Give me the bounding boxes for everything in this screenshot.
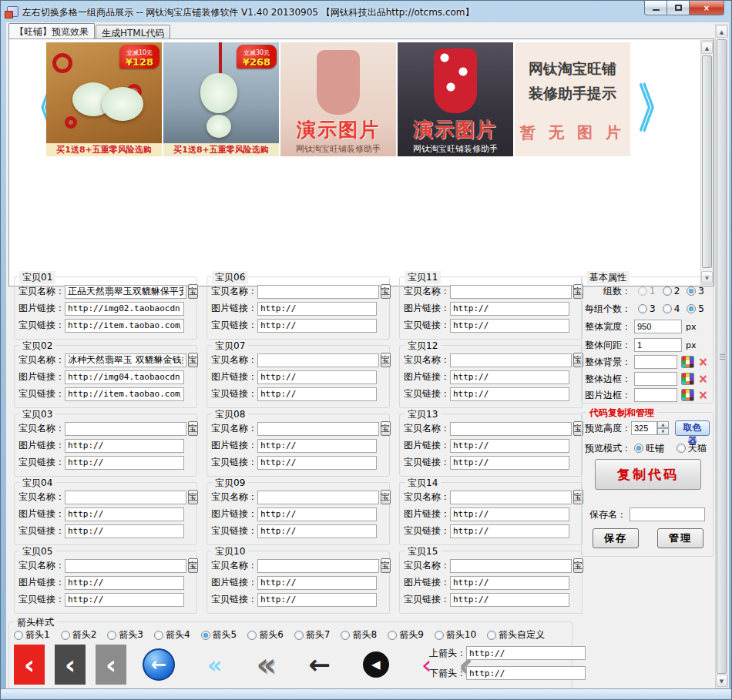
overall-gap-input[interactable] <box>634 338 682 352</box>
image-link-input[interactable] <box>257 370 377 384</box>
product-image-2[interactable]: 立减30元 ¥268 买1送8+五重零风险选购 <box>163 42 279 156</box>
color-palette-icon[interactable] <box>681 356 694 368</box>
arrow-black-circle-icon[interactable]: ◀ <box>363 651 389 678</box>
tab-preview[interactable]: 【旺铺】预览效果 <box>8 23 95 39</box>
arrow-blue-circle-icon[interactable]: ← <box>143 648 175 681</box>
image-link-input[interactable] <box>257 507 377 521</box>
product-name-input[interactable] <box>65 422 186 436</box>
product-name-input[interactable] <box>450 559 572 573</box>
arrow-style-radio-箭头7[interactable] <box>294 631 304 640</box>
clear-color-icon[interactable]: × <box>698 373 708 384</box>
product-pick-button[interactable]: 宝 <box>188 284 198 299</box>
product-pick-button[interactable]: 宝 <box>381 421 391 436</box>
image-link-input[interactable] <box>257 576 377 590</box>
product-name-input[interactable] <box>257 353 379 367</box>
group-count-radio-2[interactable] <box>663 286 672 296</box>
image-link-input[interactable] <box>450 576 569 590</box>
tab-generate-html[interactable]: 生成HTML代码 <box>96 25 170 39</box>
save-name-input[interactable] <box>630 507 705 521</box>
item-link-input[interactable] <box>65 319 184 333</box>
product-pick-button[interactable]: 宝 <box>188 490 198 504</box>
mode-radio-tmall[interactable] <box>677 444 686 453</box>
product-pick-button[interactable]: 宝 <box>188 353 198 367</box>
product-pick-button[interactable]: 宝 <box>573 558 583 573</box>
spin-up-icon[interactable]: ▲ <box>657 421 669 428</box>
item-link-input[interactable] <box>257 456 377 470</box>
product-name-input[interactable] <box>65 353 186 367</box>
up-arrow-input[interactable] <box>466 646 586 660</box>
item-link-input[interactable] <box>65 593 184 607</box>
item-link-input[interactable] <box>65 524 184 538</box>
item-link-input[interactable] <box>65 456 184 470</box>
item-link-input[interactable] <box>257 593 377 607</box>
scroll-up-icon[interactable]: ▲ <box>716 25 727 38</box>
minimize-button[interactable] <box>644 1 667 15</box>
image-link-input[interactable] <box>65 576 184 590</box>
item-link-input[interactable] <box>450 387 569 401</box>
per-group-radio-5[interactable] <box>687 304 696 313</box>
product-pick-button[interactable]: 宝 <box>381 558 391 573</box>
item-link-input[interactable] <box>257 524 377 538</box>
maximize-button[interactable] <box>667 1 689 15</box>
product-name-input[interactable] <box>257 491 379 504</box>
item-link-input[interactable] <box>257 387 377 401</box>
image-link-input[interactable] <box>257 439 377 453</box>
arrow-cyan-double-chevron-icon[interactable]: « <box>207 651 222 678</box>
color-palette-icon[interactable] <box>681 373 694 385</box>
item-link-input[interactable] <box>450 524 569 538</box>
preview-scrollbar[interactable]: ▲ ▼ <box>700 40 714 285</box>
product-name-input[interactable] <box>450 353 572 367</box>
image-link-input[interactable] <box>65 302 184 316</box>
item-link-input[interactable] <box>65 387 184 401</box>
product-name-input[interactable] <box>257 285 379 299</box>
color-picker-button[interactable]: 取色器 <box>675 420 710 436</box>
arrow-style-radio-箭头1[interactable] <box>14 631 23 640</box>
clear-color-icon[interactable]: × <box>698 357 708 367</box>
demo-image-2[interactable]: 演示图片 网钛淘宝旺铺装修助手 <box>398 42 513 156</box>
arrow-style-radio-箭头2[interactable] <box>61 631 70 640</box>
item-link-input[interactable] <box>450 319 569 333</box>
product-name-input[interactable] <box>257 422 379 436</box>
product-pick-button[interactable]: 宝 <box>188 558 198 573</box>
group-count-radio-1[interactable] <box>638 286 647 296</box>
image-link-input[interactable] <box>65 370 184 384</box>
product-pick-button[interactable]: 宝 <box>188 421 198 436</box>
main-scrollbar[interactable]: ▲ ▼ <box>715 24 728 688</box>
scroll-down-icon[interactable]: ▼ <box>716 675 727 687</box>
arrow-black-arrow-icon[interactable]: ← <box>308 649 331 680</box>
carousel-right-arrow-icon[interactable]: 》 <box>638 82 673 135</box>
image-link-input[interactable] <box>450 507 569 521</box>
down-arrow-input[interactable] <box>466 666 586 680</box>
color-palette-icon[interactable] <box>681 389 694 401</box>
arrow-style-radio-箭头3[interactable] <box>107 631 116 640</box>
overall-background-input[interactable] <box>634 355 677 369</box>
preview-scrollbar-thumb[interactable] <box>702 55 712 268</box>
arrow-style-radio-箭头10[interactable] <box>435 631 444 640</box>
close-button[interactable]: × <box>689 1 724 15</box>
arrow-style-radio-箭头自定义[interactable] <box>487 631 496 640</box>
product-image-1[interactable]: 立减10元 ¥128 买1送8+五重零风险选购 <box>46 42 162 156</box>
image-link-input[interactable] <box>450 439 569 453</box>
arrow-style-radio-箭头9[interactable] <box>388 631 397 640</box>
demo-image-1[interactable]: 演示图片 网钛淘宝旺铺装修助手 <box>280 42 396 156</box>
scroll-up-icon[interactable]: ▲ <box>701 42 713 54</box>
image-link-input[interactable] <box>450 302 569 316</box>
copy-code-button[interactable]: 复制代码 <box>595 459 701 490</box>
group-count-radio-3[interactable] <box>687 286 696 296</box>
mode-radio-wangpu[interactable] <box>634 444 643 453</box>
main-scrollbar-thumb[interactable] <box>717 39 727 674</box>
product-name-input[interactable] <box>257 559 379 573</box>
product-name-input[interactable] <box>450 491 572 504</box>
product-pick-button[interactable]: 宝 <box>381 490 391 504</box>
arrow-red-square-icon[interactable]: ‹ <box>14 645 45 685</box>
product-pick-button[interactable]: 宝 <box>381 353 391 367</box>
manage-button[interactable]: 管理 <box>657 528 703 548</box>
product-name-input[interactable] <box>450 422 572 436</box>
image-link-input[interactable] <box>65 507 184 521</box>
product-pick-button[interactable]: 宝 <box>381 284 391 299</box>
image-link-input[interactable] <box>257 302 377 316</box>
overall-border-input[interactable] <box>634 372 677 386</box>
clear-color-icon[interactable]: × <box>698 390 708 400</box>
per-group-radio-4[interactable] <box>663 304 672 313</box>
preview-height-input[interactable] <box>631 421 657 435</box>
